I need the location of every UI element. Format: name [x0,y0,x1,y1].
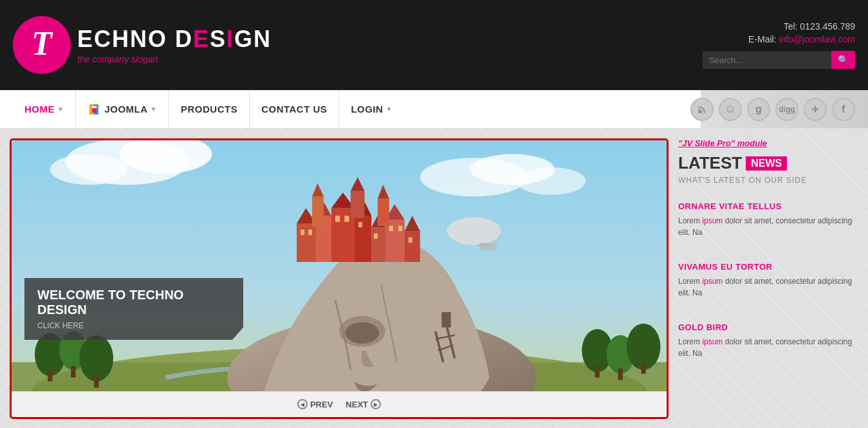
prev-button[interactable]: ◄ PREV [297,399,333,409]
slide-svg [12,140,667,391]
right-sidebar: "JV Slide Pro" module LATEST NEWS WHAT'S… [678,138,858,419]
svg-rect-31 [355,216,371,262]
svg-rect-25 [297,223,316,262]
reddit-icon[interactable]: ☺ [719,98,742,121]
joomla-icon [88,103,100,116]
svg-rect-13 [71,366,75,378]
svg-point-55 [447,218,501,245]
rss-icon[interactable] [690,98,714,121]
logo-area: T echno DesiGn the company slogan [13,16,272,74]
svg-rect-49 [312,196,324,227]
twitter-icon[interactable]: ✈ [804,98,827,121]
tel-info: Tel: 0123.456.789 [703,21,855,32]
news-title-3[interactable]: GOLD BIRD [678,322,858,332]
news-item-3: GOLD BIRD Lorem ipsum dolor sit amet, co… [678,322,858,371]
nav-item-products[interactable]: PRODUCTS [169,90,250,129]
svg-rect-17 [595,366,600,378]
digg-icon[interactable]: digg [775,98,799,121]
nav-item-joomla[interactable]: JOOMLA ▼ [76,90,169,129]
svg-rect-11 [48,370,52,382]
news-badge: NEWS [746,156,787,171]
svg-point-24 [346,322,380,344]
svg-point-14 [79,335,113,382]
logo-text: echno DesiGn the company slogan [77,26,272,64]
news-item-1: ORNARE VITAE TELLUS Lorem ipsum dolor si… [678,201,858,250]
svg-rect-63 [441,312,450,328]
joomla-arrow: ▼ [151,106,157,113]
whats-latest-label: WHAT'S LATEST ON OUR SIDE [678,176,858,185]
svg-rect-40 [308,230,312,235]
svg-rect-21 [641,362,645,374]
header-contact: Tel: 0123.456.789 E-Mail: info@joomlavi.… [703,21,855,69]
google-icon[interactable]: g [747,98,770,121]
social-icons: ☺ g digg ✈ f [690,98,855,121]
svg-rect-46 [389,226,393,231]
slide-caption: WELCOME TO TECHNO DESIGN CLICK HERE [24,278,243,340]
email-info: E-Mail: info@joomlavi.com [703,34,855,44]
logo-slogan: the company slogan [77,54,272,64]
svg-rect-45 [374,234,378,239]
main-content: WELCOME TO TECHNO DESIGN CLICK HERE ◄ PR… [0,129,868,428]
facebook-icon[interactable]: f [832,98,855,121]
svg-rect-44 [358,222,362,227]
news-link-2[interactable]: ipsum [702,277,723,286]
nav-links: HOME ▼ JOOMLA ▼ PRODUCTS CONTACT US LOGI… [13,90,404,129]
search-input[interactable] [703,51,831,69]
svg-rect-47 [398,226,402,231]
main-nav: HOME ▼ JOOMLA ▼ PRODUCTS CONTACT US LOGI… [0,90,868,129]
email-link[interactable]: info@joomlavi.com [779,34,855,44]
logo-title: echno DesiGn [77,26,272,53]
svg-rect-33 [371,227,385,262]
svg-rect-53 [378,199,389,226]
logo-circle[interactable]: T [13,16,71,74]
next-arrow: ► [371,399,381,409]
slide-image: WELCOME TO TECHNO DESIGN CLICK HERE [12,140,667,391]
slide-title: WELCOME TO TECHNO DESIGN [37,288,230,317]
latest-news-header: LATEST NEWS [678,153,858,173]
slider-inner: WELCOME TO TECHNO DESIGN CLICK HERE [12,140,667,391]
news-excerpt-3: Lorem ipsum dolor sit amet, consectetur … [678,336,858,359]
svg-rect-43 [344,216,349,222]
news-title-2[interactable]: VIVAMUS EU TORTOR [678,262,858,272]
home-arrow: ▼ [57,106,64,113]
news-item-2: VIVAMUS EU TORTOR Lorem ipsum dolor sit … [678,262,858,311]
latest-label: LATEST [678,153,742,173]
nav-item-home[interactable]: HOME ▼ [13,90,76,129]
divider [678,194,858,195]
search-bar: 🔍 [703,51,855,69]
slider-area: WELCOME TO TECHNO DESIGN CLICK HERE ◄ PR… [10,138,669,419]
nav-item-contact[interactable]: CONTACT US [250,90,339,129]
svg-rect-51 [351,191,365,218]
slide-nav: ◄ PREV NEXT ► [12,391,667,417]
svg-rect-48 [409,237,412,243]
svg-rect-15 [94,376,98,387]
logo-letter: T [32,27,52,60]
login-arrow: ▼ [385,106,392,113]
news-link-1[interactable]: ipsum [702,216,723,225]
prev-arrow: ◄ [297,399,308,409]
nav-item-login[interactable]: LOGIN ▼ [339,90,403,129]
svg-rect-56 [480,243,495,250]
svg-point-0 [698,111,701,113]
svg-rect-37 [405,231,420,262]
svg-point-7 [516,167,586,195]
svg-rect-19 [618,368,623,380]
svg-rect-42 [335,216,340,222]
jv-slide-label: "JV Slide Pro" module [678,138,858,148]
news-excerpt-1: Lorem ipsum dolor sit amet, consectetur … [678,215,858,238]
next-button[interactable]: NEXT ► [346,399,381,409]
svg-point-4 [50,154,127,185]
tel-number: 0123.456.789 [800,21,855,32]
news-link-3[interactable]: ipsum [702,337,723,346]
site-header: T echno DesiGn the company slogan Tel: 0… [0,0,868,90]
svg-rect-39 [300,230,304,235]
search-button[interactable]: 🔍 [831,51,855,69]
news-excerpt-2: Lorem ipsum dolor sit amet, consectetur … [678,275,858,299]
slide-subtitle[interactable]: CLICK HERE [37,321,230,330]
news-title-1[interactable]: ORNARE VITAE TELLUS [678,201,858,211]
